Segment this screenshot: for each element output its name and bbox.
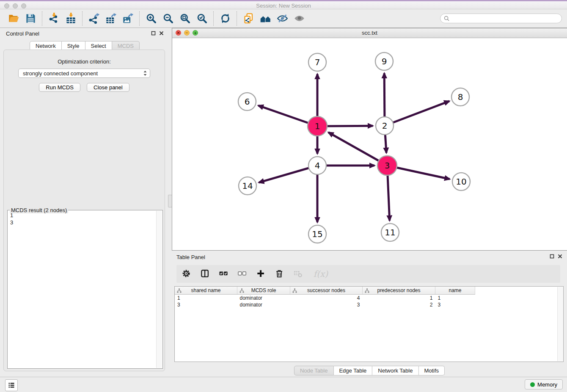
graph-node-9[interactable]: 9 [375,52,393,70]
hide-selected-icon [277,13,288,24]
mcds-panel-body: Optimization criterion: strongly connect… [3,50,165,371]
table-cell[interactable]: 3 [175,301,237,308]
deselect-all-checks-button[interactable] [237,269,248,279]
open-session-button[interactable] [5,11,22,27]
hide-selected-button[interactable] [274,11,291,27]
zoom-out-button[interactable] [160,11,176,27]
tab-edge-table[interactable]: Edge Table [333,366,372,375]
zoom-selected-button[interactable] [193,11,210,27]
table-cell[interactable]: 2 [363,301,435,308]
show-columns-button[interactable] [200,269,210,279]
graph-node-8[interactable]: 8 [451,88,469,106]
table-cell[interactable]: 3 [435,301,475,308]
search-input[interactable] [451,15,558,22]
close-table-panel-icon[interactable] [558,254,562,259]
select-chevrons-icon [143,70,148,77]
zoom-fit-button[interactable] [176,11,193,27]
network-canvas[interactable]: 7968124314101511 [172,38,567,250]
import-table-button[interactable] [62,11,79,27]
delete-table-button[interactable] [293,269,303,279]
control-panel-title: Control Panel [6,30,39,37]
table-row[interactable]: 3dominator323 [175,301,475,308]
tab-network-table[interactable]: Network Table [372,366,418,375]
copy-style-button[interactable] [240,11,257,27]
show-all-button[interactable] [291,11,308,27]
run-mcds-button[interactable]: Run MCDS [39,83,80,92]
function-builder-fx-button[interactable]: f(x) [312,269,330,279]
table-cell[interactable]: 1 [435,295,475,302]
graph-node-10[interactable]: 10 [452,173,470,190]
first-neighbors-icon [260,13,271,24]
export-image-button[interactable] [119,11,136,27]
save-session-button[interactable] [22,11,39,27]
graph-node-15[interactable]: 15 [308,225,326,243]
delete-column-trash-button[interactable] [275,269,285,279]
network-graph[interactable]: 7968124314101511 [172,38,566,251]
table-cell[interactable]: 1 [363,295,435,302]
selected-criterion: strongly connected component [23,70,143,77]
table-scrollbar[interactable] [557,287,563,361]
node-label: 14 [242,181,253,191]
select-all-checks-button[interactable] [219,269,229,279]
graph-node-1[interactable]: 1 [308,116,327,136]
node-label: 3 [385,160,390,171]
table-cell[interactable]: 4 [290,295,363,302]
graph-node-3[interactable]: 3 [377,156,397,175]
control-panel: Control Panel NetworkStyleSelectMCDS Opt… [0,28,169,377]
refresh-view-button[interactable] [217,11,234,27]
select-all-checks-icon [219,269,228,279]
import-network-button[interactable] [45,11,62,27]
column-type-icon [365,288,369,293]
export-image-icon [122,13,134,24]
column-header-predecessor-nodes[interactable]: predecessor nodes [363,287,435,295]
graph-node-4[interactable]: 4 [308,157,326,174]
add-column-plus-button[interactable] [256,269,266,279]
show-panels-button[interactable] [5,379,18,391]
search-field[interactable] [440,14,562,23]
deselect-all-checks-icon [238,269,247,279]
delete-column-trash-icon [275,269,284,279]
column-settings-gear-button[interactable] [182,269,192,279]
table-cell[interactable]: dominator [237,295,290,302]
tab-motifs[interactable]: Motifs [418,366,445,375]
graph-node-11[interactable]: 11 [381,224,399,241]
float-panel-icon[interactable] [151,31,156,36]
node-label: 9 [382,56,387,66]
edge-2-8[interactable] [385,101,449,126]
zoom-in-icon [146,13,157,24]
column-header-successor-nodes[interactable]: successor nodes [290,287,363,295]
table-cell[interactable]: 3 [290,301,363,308]
close-panel-icon[interactable] [159,31,164,36]
table-row[interactable]: 1dominator411 [175,295,475,302]
node-label: 7 [315,57,320,67]
table-cell[interactable]: 1 [175,295,237,302]
copy-style-icon [243,13,254,24]
add-column-plus-icon [256,269,266,279]
column-header-MCDS-role[interactable]: MCDS role [237,287,290,295]
mcds-result-box: MCDS result (2 nodes) 13 [7,210,163,369]
close-panel-button[interactable]: Close panel [87,83,129,92]
column-header-name[interactable]: name [435,287,475,295]
result-scrollbar[interactable] [156,211,162,368]
graph-node-14[interactable]: 14 [239,177,256,195]
tab-node-table[interactable]: Node Table [294,366,334,375]
optimization-criterion-select[interactable]: strongly connected component [18,69,150,78]
float-table-panel-icon[interactable] [550,254,554,259]
zoom-in-button[interactable] [143,11,160,27]
memory-button[interactable]: Memory [525,379,563,389]
memory-label: Memory [537,381,557,388]
open-session-icon [8,13,19,24]
graph-node-7[interactable]: 7 [308,53,326,71]
graph-node-2[interactable]: 2 [376,117,394,135]
table-panel: Table Panel f(x) shared nameMCDS rolesuc… [172,251,567,377]
export-network-button[interactable] [85,11,102,27]
node-label: 15 [312,229,322,239]
mcds-result-title: MCDS result (2 nodes) [10,207,68,213]
graph-node-6[interactable]: 6 [238,93,256,110]
column-type-icon [292,288,297,293]
column-header-shared-name[interactable]: shared name [175,287,237,295]
export-table-button[interactable] [102,11,119,27]
node-table: shared nameMCDS rolesuccessor nodesprede… [175,287,475,308]
first-neighbors-button[interactable] [257,11,274,27]
table-cell[interactable]: dominator [237,301,290,308]
